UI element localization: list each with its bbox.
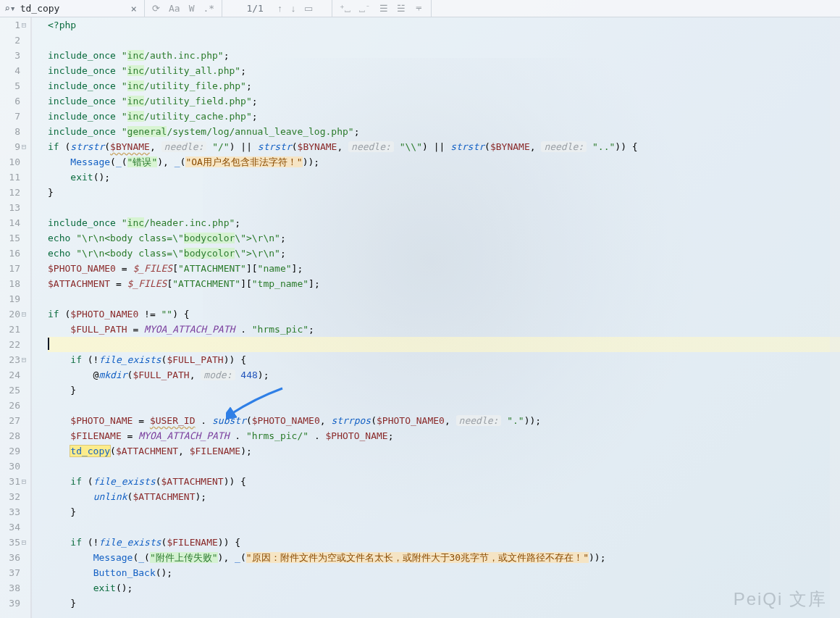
line-number: 17 bbox=[9, 261, 20, 276]
find-toolbar: ⌕▾ td_copy × ⟳ Aa W .* 1/1 ↑ ↓ ▭ ⁺⎵ ⎵⁻ ☰… bbox=[0, 0, 840, 17]
line-number: 36 bbox=[9, 550, 20, 565]
line-number: 5 bbox=[14, 78, 20, 93]
select-all-button[interactable]: ▭ bbox=[300, 3, 317, 14]
search-icon: ⌕▾ bbox=[4, 3, 16, 14]
code-line bbox=[48, 398, 840, 413]
match-counter: 1/1 bbox=[237, 3, 273, 14]
code-area[interactable]: <?php include_once "inc/auth.inc.php"; i… bbox=[32, 17, 840, 618]
code-editor[interactable]: 1⊟ 2 3 4 5 6 7 8 9⊟ 10 11 12 13 14 15 16… bbox=[0, 17, 840, 618]
code-line: if (!file_exists($FILENAME)) { bbox=[48, 535, 840, 550]
line-number: 28 bbox=[9, 428, 20, 443]
code-line: $FILENAME = MYOA_ATTACH_PATH . "hrms_pic… bbox=[48, 428, 840, 443]
scrollbar[interactable] bbox=[830, 17, 840, 618]
select-list-icon[interactable]: ☰ bbox=[375, 3, 392, 14]
code-line: <?php bbox=[48, 17, 840, 33]
match-options: ⟳ Aa W .* bbox=[145, 0, 222, 17]
line-number: 15 bbox=[9, 230, 20, 246]
line-number: 4 bbox=[14, 63, 20, 78]
line-number: 24 bbox=[9, 367, 20, 383]
line-number: 2 bbox=[14, 33, 20, 48]
line-number: 7 bbox=[14, 109, 20, 124]
code-line: if ($PHOTO_NAME0 != "") { bbox=[48, 306, 840, 322]
code-line: echo "\r\n<body class=\"bodycolor\">\r\n… bbox=[48, 246, 840, 261]
line-number: 32 bbox=[9, 489, 20, 504]
fold-icon[interactable]: ⊟ bbox=[20, 17, 28, 33]
line-number: 35 bbox=[9, 535, 20, 550]
align-icon[interactable]: ☱ bbox=[392, 3, 410, 14]
line-number: 23 bbox=[9, 352, 20, 367]
fold-icon[interactable]: ⊟ bbox=[20, 535, 28, 550]
line-number: 8 bbox=[14, 124, 20, 139]
add-selection-icon[interactable]: ⁺⎵ bbox=[335, 3, 355, 14]
line-number: 38 bbox=[9, 580, 20, 596]
line-number: 29 bbox=[9, 443, 20, 459]
current-line bbox=[48, 337, 840, 352]
line-number: 11 bbox=[9, 170, 20, 185]
remove-selection-icon[interactable]: ⎵⁻ bbox=[355, 3, 375, 14]
code-line: $ATTACHMENT = $_FILES["ATTACHMENT"]["tmp… bbox=[48, 276, 840, 291]
code-line: if (!file_exists($FULL_PATH)) { bbox=[48, 352, 840, 367]
code-line: $FULL_PATH = MYOA_ATTACH_PATH . "hrms_pi… bbox=[48, 322, 840, 337]
line-number: 25 bbox=[9, 383, 20, 398]
line-number: 26 bbox=[9, 398, 20, 413]
line-number: 34 bbox=[9, 519, 20, 535]
search-box[interactable]: ⌕▾ td_copy × bbox=[0, 0, 145, 17]
line-number: 33 bbox=[9, 504, 20, 519]
code-line: include_once "inc/utility_file.php"; bbox=[48, 78, 840, 93]
code-line: unlink($ATTACHMENT); bbox=[48, 489, 840, 504]
code-line: Message(_("附件上传失败"), _("原因：附件文件为空或文件名太长，… bbox=[48, 550, 840, 565]
code-line: } bbox=[48, 185, 840, 200]
code-line: Message(_("错误"), _("OA用户名包含非法字符！")); bbox=[48, 154, 840, 170]
line-number: 1 bbox=[14, 17, 20, 33]
line-number: 37 bbox=[9, 565, 20, 580]
code-line: exit(); bbox=[48, 170, 840, 185]
line-number: 16 bbox=[9, 246, 20, 261]
fold-icon[interactable]: ⊟ bbox=[20, 474, 28, 489]
match-nav: 1/1 ↑ ↓ ▭ bbox=[222, 0, 332, 17]
line-number: 39 bbox=[9, 596, 20, 611]
line-number: 19 bbox=[9, 291, 20, 306]
code-line: exit(); bbox=[48, 580, 840, 596]
code-line: include_once "inc/utility_field.php"; bbox=[48, 93, 840, 109]
line-number: 10 bbox=[9, 154, 20, 170]
line-number: 14 bbox=[9, 215, 20, 230]
code-line: } bbox=[48, 504, 840, 519]
advanced-tools: ⁺⎵ ⎵⁻ ☰ ☱ ⫧ bbox=[332, 0, 432, 17]
code-line: $PHOTO_NAME = $USER_ID . substr($PHOTO_N… bbox=[48, 413, 840, 428]
regex-toggle[interactable]: .* bbox=[198, 3, 219, 14]
line-number: 22 bbox=[9, 337, 20, 352]
code-line bbox=[48, 459, 840, 474]
code-line: include_once "general/system/log/annual_… bbox=[48, 124, 840, 139]
php-open-tag: <?php bbox=[48, 20, 76, 30]
code-line: echo "\r\n<body class=\"bodycolor\">\r\n… bbox=[48, 230, 840, 246]
filter-icon[interactable]: ⫧ bbox=[410, 3, 428, 14]
code-line bbox=[48, 200, 840, 215]
code-line: @mkdir($FULL_PATH, mode: 448); bbox=[48, 367, 840, 383]
next-match-button[interactable]: ↓ bbox=[287, 3, 301, 14]
line-number: 13 bbox=[9, 200, 20, 215]
match-case-toggle[interactable]: Aa bbox=[164, 3, 185, 14]
whole-word-toggle[interactable]: W bbox=[185, 3, 199, 14]
line-number: 18 bbox=[9, 276, 20, 291]
code-line bbox=[48, 33, 840, 48]
line-number: 6 bbox=[14, 93, 20, 109]
fold-icon[interactable]: ⊟ bbox=[20, 306, 28, 322]
code-line: include_once "inc/auth.inc.php"; bbox=[48, 48, 840, 63]
code-line: $PHOTO_NAME0 = $_FILES["ATTACHMENT"]["na… bbox=[48, 261, 840, 276]
code-line: include_once "inc/header.inc.php"; bbox=[48, 215, 840, 230]
prev-match-button[interactable]: ↑ bbox=[273, 3, 287, 14]
close-icon[interactable]: × bbox=[128, 3, 140, 14]
line-number: 27 bbox=[9, 413, 20, 428]
line-number: 12 bbox=[9, 185, 20, 200]
line-number: 31 bbox=[9, 474, 20, 489]
line-number: 20 bbox=[9, 306, 20, 322]
fold-icon[interactable]: ⊟ bbox=[20, 139, 28, 154]
fold-icon[interactable]: ⊟ bbox=[20, 352, 28, 367]
code-line: if (file_exists($ATTACHMENT)) { bbox=[48, 474, 840, 489]
prev-match-badge[interactable]: ⟳ bbox=[148, 3, 164, 14]
code-line: if (strstr($BYNAME, needle: "/") || strs… bbox=[48, 139, 840, 154]
code-line: include_once "inc/utility_cache.php"; bbox=[48, 109, 840, 124]
search-input[interactable]: td_copy bbox=[20, 3, 128, 14]
code-line bbox=[48, 519, 840, 535]
gutter: 1⊟ 2 3 4 5 6 7 8 9⊟ 10 11 12 13 14 15 16… bbox=[0, 17, 32, 618]
